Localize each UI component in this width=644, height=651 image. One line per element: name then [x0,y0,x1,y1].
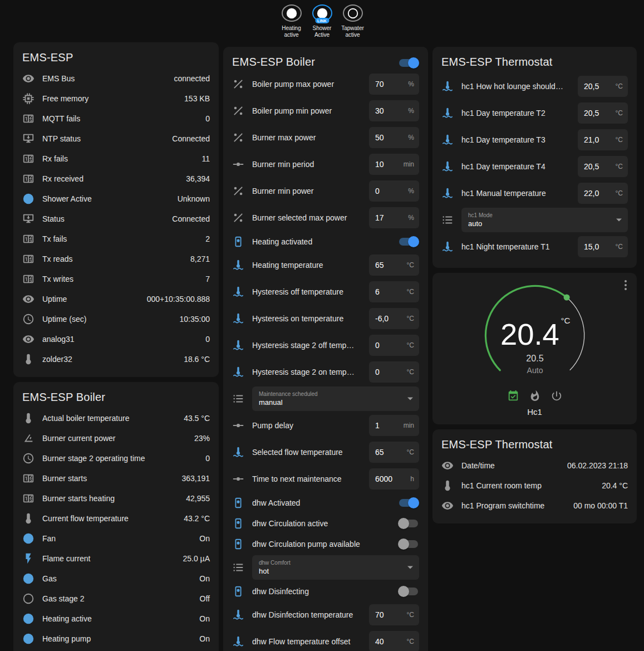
entity-row: Hysteresis on temperature-6,0°C [232,305,419,332]
entity-row[interactable]: hc1 Current room temp20.4 °C [441,476,628,496]
toggle-switch[interactable] [398,236,419,247]
entity-row: hc1 Night temperature T115,0°C [441,233,628,260]
number-value: 0 [375,341,405,350]
dial-handle[interactable] [563,294,569,300]
entity-state: Off [200,594,210,603]
entity-name: Heating temperature [252,261,361,270]
number-input[interactable]: 20,5°C [578,102,628,124]
number-input[interactable]: 0% [369,180,419,202]
number-input[interactable]: 65°C [369,442,419,463]
eye-icon [441,459,454,472]
entity-name: Burner min period [252,160,361,169]
entity-row[interactable]: FanOn [22,528,210,549]
select-input[interactable]: Maintenance scheduledmanual [252,386,419,411]
entity-state: 363,191 [181,474,210,483]
entity-name: hc1 Current room temp [461,481,594,490]
entity-row[interactable]: Shower ActiveUnknown [22,189,210,209]
badge[interactable]: LINKShower Active [308,4,336,38]
entity-row[interactable]: NTP statusConnected [22,129,210,149]
number-input[interactable]: 0°C [369,361,419,383]
number-input[interactable]: 50% [369,127,419,148]
entity-row[interactable]: Tx fails2 [22,229,210,249]
entity-row[interactable]: Flame current25.0 µA [22,549,210,569]
entity-row[interactable]: Free memory153 KB [22,89,210,109]
boiler-enabled-toggle[interactable] [398,57,419,68]
badge[interactable]: Heating active [278,4,306,38]
boiler-icon [232,585,244,598]
dashboard: EMS-ESP EMS BusconnectedFree memory153 K… [0,38,644,651]
entity-row[interactable]: Uptime000+10:35:00.888 [22,289,210,309]
entity-row[interactable]: analog310 [22,329,210,349]
number-input[interactable]: -6,0°C [369,308,419,329]
boiler-control-card: EMS-ESP Boiler Boiler pump max power70%B… [223,47,428,651]
badge[interactable]: Tapwater active [339,4,367,38]
entity-row[interactable]: Heating activeOn [22,609,210,629]
number-input[interactable]: 22,0°C [578,183,628,204]
number-input[interactable]: 0°C [369,335,419,356]
number-input[interactable]: 1min [369,415,419,436]
select-input[interactable]: dhw Comforthot [252,555,419,580]
number-input[interactable]: 70% [369,74,419,95]
entity-row[interactable]: Date/time06.02.2023 21:18 [441,456,628,476]
entity-row[interactable]: Burner starts heating42,955 [22,488,210,508]
number-input[interactable]: 17% [369,207,419,228]
entity-row[interactable]: Uptime (sec)10:35:00 [22,309,210,329]
entity-state: 10:35:00 [180,315,210,324]
entity-row[interactable]: GasOn [22,569,210,589]
number-input[interactable]: 6000h [369,468,419,490]
badge-circle: LINK [312,4,332,22]
entity-row[interactable]: hc1 Program switchtime00 mo 00:00 T1 [441,496,628,516]
entity-name: Heating pump [42,634,191,643]
entity-row[interactable]: Burner current power23% [22,428,210,448]
circle-outline-icon [22,593,35,605]
coolant-icon [441,134,454,146]
power-icon[interactable] [550,390,563,402]
thermostat-dial[interactable]: 20.4 °C 20.5 Auto [470,281,599,389]
more-options-icon[interactable] [619,278,632,292]
entity-row[interactable]: Burner stage 2 operating time0 [22,448,210,468]
entity-row[interactable]: Actual boiler temperature43.5 °C [22,408,210,428]
counter-icon [22,112,35,125]
entity-row[interactable]: Rx received36,394 [22,169,210,189]
toggle-switch[interactable] [398,586,419,597]
select-value: auto [468,219,611,228]
entity-row[interactable]: Gas stage 2Off [22,589,210,609]
number-input[interactable]: 65°C [369,254,419,276]
toggle-switch[interactable] [398,539,419,550]
number-input[interactable]: 20,5°C [578,76,628,97]
entity-row[interactable]: EMS Busconnected [22,68,210,89]
entity-row: hc1 Day temperature T321,0°C [441,126,628,153]
entity-row[interactable]: Current flow temperature43.2 °C [22,508,210,528]
number-unit: % [408,107,414,115]
toggle-switch[interactable] [398,497,419,508]
entity-row[interactable]: MQTT fails0 [22,109,210,129]
entity-row[interactable]: Tx writes7 [22,269,210,289]
number-input[interactable]: 40°C [369,631,419,651]
number-input[interactable]: 10min [369,154,419,175]
calendar-check-icon[interactable] [507,390,519,402]
entity-name: Gas [42,574,191,583]
number-input[interactable]: 6°C [369,281,419,302]
entity-row[interactable]: Tx reads8,271 [22,249,210,269]
toggle-switch[interactable] [398,518,419,529]
number-input[interactable]: 21,0°C [578,129,628,150]
entity-name: Fan [42,534,191,543]
number-input[interactable]: 30% [369,100,419,121]
entity-row: dhw Circulation pump available [232,533,419,554]
number-input[interactable]: 70°C [369,604,419,625]
entity-row[interactable]: StatusConnected [22,209,210,229]
number-input[interactable]: 20,5°C [578,156,628,177]
entity-row[interactable]: Heating pumpOn [22,629,210,649]
entity-name: dhw Circulation active [252,519,390,528]
entity-row[interactable]: Rx fails11 [22,149,210,169]
coolant-icon [232,635,244,648]
percent-icon [232,212,244,224]
number-input[interactable]: 15,0°C [578,236,628,257]
select-input[interactable]: hc1 Modeauto [461,208,628,232]
entity-row[interactable]: Burner starts363,191 [22,468,210,488]
number-value: 50 [375,133,406,142]
fire-icon[interactable] [529,390,541,402]
number-value: 0 [375,368,405,376]
entity-row[interactable]: zolder3218.6 °C [22,349,210,369]
column-left: EMS-ESP EMS BusconnectedFree memory153 K… [13,42,219,651]
